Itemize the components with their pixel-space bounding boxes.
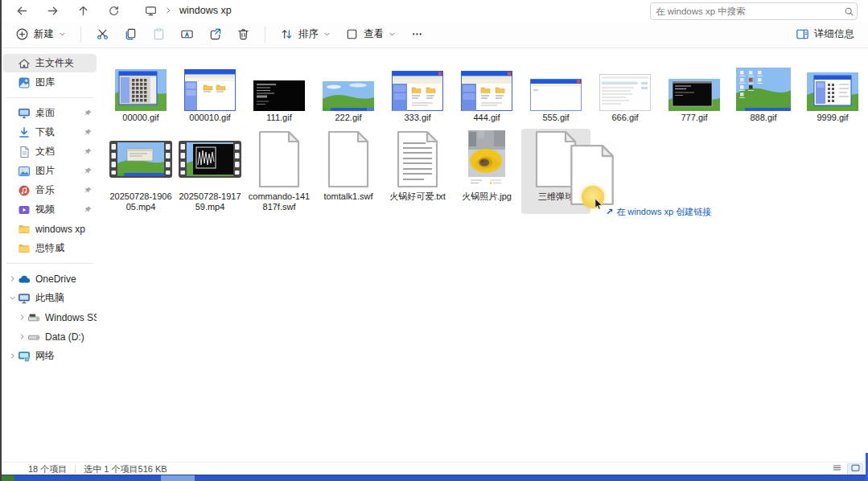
chevron-down-icon[interactable]: [6, 294, 18, 302]
details-label: 详细信息: [814, 27, 854, 41]
selection-size: 516 KB: [138, 464, 167, 474]
sidebar-item-label: 图片: [35, 164, 84, 178]
file-item[interactable]: tomtalk1.swf: [314, 129, 383, 214]
light-explorer-thumbnail: [599, 63, 651, 111]
file-name: 111.gif: [266, 113, 291, 125]
videos-icon: [18, 204, 31, 216]
pin-icon: [84, 106, 95, 121]
rename-icon: [180, 27, 194, 41]
file-name: 555.gif: [542, 113, 569, 125]
breadcrumb-location[interactable]: windows xp: [179, 5, 232, 16]
sidebar-item-label: OneDrive: [35, 273, 97, 285]
drive-ssd-icon: [27, 311, 40, 324]
file-item[interactable]: 777.gif: [660, 63, 729, 125]
more-options-button[interactable]: [405, 24, 430, 45]
file-item[interactable]: 222.gif: [314, 63, 383, 125]
file-item[interactable]: 9999.gif: [798, 63, 867, 125]
sidebar-item-windows-xp[interactable]: windows xp: [3, 220, 97, 238]
notepad-thumbnail: [530, 63, 582, 111]
music-icon: [18, 184, 31, 197]
sidebar-item-sitewei[interactable]: 思特威: [3, 239, 97, 257]
sidebar-item-pictures[interactable]: 图片: [3, 162, 97, 180]
sidebar-item-videos[interactable]: 视频: [3, 200, 97, 219]
file-item[interactable]: commando-141817f.swf: [245, 129, 314, 214]
selection-count: 选中 1 个项目: [84, 463, 138, 475]
copy-button[interactable]: [118, 24, 143, 45]
pin-icon: [84, 145, 95, 159]
new-label: 新建: [34, 27, 54, 41]
back-button[interactable]: [11, 2, 32, 19]
up-button[interactable]: [72, 2, 93, 19]
chevron-right-icon[interactable]: [6, 275, 18, 282]
sidebar-item-music[interactable]: 音乐: [3, 181, 97, 199]
sidebar-item-this-pc[interactable]: 此电脑: [3, 289, 97, 307]
search-input[interactable]: [651, 6, 841, 16]
sidebar-item-label: 思特威: [35, 241, 97, 255]
chevron-right-icon[interactable]: [16, 333, 27, 340]
sidebar-item-network[interactable]: 网络: [3, 347, 97, 365]
sidebar-item-windows-ssd[interactable]: Windows SSD (C: [3, 308, 97, 327]
details-pane-button[interactable]: 详细信息: [790, 24, 860, 45]
chevron-down-icon: [59, 31, 66, 38]
refresh-icon: [108, 5, 120, 17]
thumbnail-view-toggle[interactable]: [847, 463, 863, 475]
rename-button[interactable]: [175, 24, 200, 45]
refresh-button[interactable]: [103, 2, 124, 19]
forward-button[interactable]: [42, 2, 63, 19]
file-item[interactable]: 火锅好可爱.txt: [383, 129, 452, 214]
sidebar-divider: [6, 263, 93, 264]
boot-black-thumbnail: [253, 63, 305, 111]
file-item[interactable]: 000010.gif: [175, 63, 245, 125]
navigation-bar: windows xp: [2, 0, 868, 22]
new-button[interactable]: 新建: [10, 24, 72, 45]
view-label: 查看: [364, 27, 384, 41]
chevron-right-icon[interactable]: [16, 314, 27, 321]
mouse-cursor: [594, 198, 604, 212]
bliss-icons-thumbnail: [736, 63, 791, 111]
file-item[interactable]: 00000.gif: [106, 63, 175, 125]
shortcut-arrow-icon: ↗: [606, 207, 613, 217]
view-button[interactable]: 查看: [339, 24, 401, 45]
search-icon[interactable]: [841, 6, 857, 17]
file-item[interactable]: 888.gif: [729, 63, 798, 125]
delete-button[interactable]: [231, 24, 256, 45]
file-item[interactable]: 555.gif: [521, 63, 590, 125]
sidebar-item-gallery[interactable]: 图库: [3, 73, 97, 92]
file-item[interactable]: 333.gif: [383, 63, 452, 125]
pictures-icon: [18, 165, 31, 178]
this-pc-icon[interactable]: [145, 5, 157, 17]
onedrive-icon: [18, 273, 31, 286]
paste-button[interactable]: [146, 24, 171, 45]
sidebar-item-documents[interactable]: 文档: [3, 142, 97, 161]
chevron-right-icon[interactable]: [6, 352, 18, 360]
gallery-icon: [18, 76, 31, 89]
file-item[interactable]: 666.gif: [590, 63, 660, 125]
up-icon: [77, 5, 89, 17]
details-view-toggle[interactable]: [829, 463, 845, 475]
view-square-icon: [345, 27, 359, 41]
cut-button[interactable]: [90, 24, 115, 45]
file-item[interactable]: 20250728-191759.mp4: [175, 129, 245, 214]
sidebar-item-onedrive[interactable]: OneDrive: [3, 269, 97, 288]
file-item[interactable]: 111.gif: [245, 63, 314, 125]
sort-label: 排序: [298, 27, 319, 41]
file-item[interactable]: 444.gif: [452, 63, 521, 125]
file-grid-row-1: 00000.gif000010.gif111.gif222.gif333.gif…: [106, 63, 867, 125]
sort-button[interactable]: 排序: [274, 24, 336, 45]
sidebar-item-home[interactable]: 主文件夹: [3, 54, 97, 72]
sidebar-item-label: 下载: [35, 125, 84, 139]
sidebar-item-label: 此电脑: [35, 291, 97, 305]
file-item[interactable]: 火锅照片.jpg: [452, 129, 521, 214]
file-grid-row-2: 20250728-190605.mp420250728-191759.mp4co…: [106, 129, 590, 214]
back-icon: [16, 5, 28, 17]
file-item[interactable]: 20250728-190605.mp4: [106, 129, 175, 214]
sidebar-item-desktop[interactable]: 桌面: [3, 104, 97, 122]
file-name: 777.gif: [681, 113, 707, 125]
sidebar-item-downloads[interactable]: 下载: [3, 123, 97, 142]
folder-icon: [18, 223, 31, 236]
command-bar: 新建 排序 查看 详细信息: [2, 21, 868, 48]
sidebar-item-data-d[interactable]: Data (D:): [3, 327, 97, 346]
sidebar-item-label: 桌面: [35, 106, 84, 120]
sidebar-item-label: 音乐: [35, 183, 84, 197]
share-button[interactable]: [203, 24, 228, 45]
